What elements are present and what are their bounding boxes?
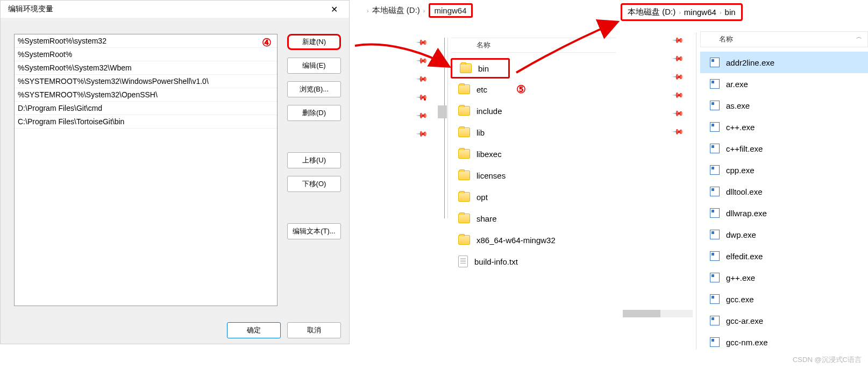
exe-icon (710, 122, 720, 132)
exe-item[interactable]: as.exe (700, 95, 868, 116)
file-name: elfedit.exe (726, 252, 763, 261)
exe-item[interactable]: c++filt.exe (700, 138, 868, 159)
file-list-2: addr2line.exe ar.exe as.exe c++.exe c++f… (700, 52, 868, 353)
pin-icon: 📌 (672, 107, 684, 119)
explorer-bin: 本地磁盘 (D:) › mingw64 › bin 📌 📌 📌 📌 📌 📌 名称… (616, 0, 868, 369)
file-name: lib (476, 128, 485, 137)
chevron-right-icon: › (367, 8, 369, 14)
watermark: CSDN @沉浸式C语言 (793, 355, 862, 365)
close-icon[interactable]: ✕ (323, 4, 345, 15)
annotation-4: ④ (262, 36, 272, 49)
chevron-right-icon: › (720, 9, 722, 16)
panel-divider (447, 38, 448, 218)
exe-item[interactable]: gcc.exe (700, 288, 868, 310)
folder-icon (458, 106, 470, 116)
env-row[interactable]: %SystemRoot%\system32 (15, 34, 277, 48)
sidebar-scrollbar[interactable] (438, 105, 447, 118)
text-file-icon (458, 256, 468, 267)
exe-item[interactable]: g++.exe (700, 267, 868, 288)
file-name: g++.exe (726, 273, 755, 282)
pin-icon: 📌 (416, 109, 428, 121)
move-down-button[interactable]: 下移(O) (287, 176, 341, 192)
exe-icon (710, 187, 720, 196)
exe-icon (710, 79, 720, 89)
pin-icon: 📌 (416, 90, 428, 103)
dialog-title: 编辑环境变量 (8, 4, 53, 14)
exe-item[interactable]: dlltool.exe (700, 181, 868, 202)
ok-button[interactable]: 确定 (227, 322, 281, 338)
button-column: 新建(N) 编辑(E) 浏览(B)... 删除(D) 上移(U) 下移(O) 编… (287, 34, 341, 306)
env-row[interactable]: %SYSTEMROOT%\System32\WindowsPowerShell\… (15, 75, 277, 88)
pin-icon: 📌 (672, 125, 684, 137)
pin-icon: 📌 (672, 70, 684, 82)
titlebar: 编辑环境变量 ✕ (1, 1, 349, 18)
exe-item[interactable]: dllwrap.exe (700, 202, 868, 224)
file-name: etc (476, 85, 487, 94)
sidebar-divider (444, 38, 445, 218)
file-name: licenses (476, 171, 506, 180)
exe-icon (710, 251, 720, 261)
quick-access-pins-2: 📌 📌 📌 📌 📌 📌 (673, 36, 682, 136)
env-var-dialog: 编辑环境变量 ✕ ④ %SystemRoot%\system32 %System… (0, 0, 350, 344)
file-name: dwp.exe (726, 230, 756, 239)
file-name: ar.exe (726, 80, 748, 89)
pin-icon: 📌 (416, 72, 428, 84)
breadcrumb-2[interactable]: 本地磁盘 (D:) › mingw64 › bin (621, 3, 743, 21)
exe-item[interactable]: cpp.exe (700, 159, 868, 181)
pin-icon: 📌 (416, 127, 428, 139)
column-header-name-2[interactable]: 名称 ︿ (700, 31, 868, 47)
cancel-button[interactable]: 取消 (287, 322, 341, 338)
env-row[interactable]: %SystemRoot% (15, 48, 277, 61)
dialog-body: ④ %SystemRoot%\system32 %SystemRoot% %Sy… (1, 18, 349, 311)
exe-item[interactable]: ar.exe (700, 73, 868, 95)
folder-icon (458, 127, 470, 137)
column-header-label: 名称 (476, 40, 490, 50)
env-row[interactable]: %SYSTEMROOT%\System32\OpenSSH\ (15, 88, 277, 102)
exe-item[interactable]: gcc-nm.exe (700, 331, 868, 353)
breadcrumb-folder[interactable]: mingw64 (684, 8, 716, 17)
panel-divider-2 (696, 32, 696, 350)
exe-item[interactable]: c++.exe (700, 116, 868, 138)
env-path-list[interactable]: ④ %SystemRoot%\system32 %SystemRoot% %Sy… (14, 34, 278, 306)
exe-item[interactable]: dwp.exe (700, 224, 868, 245)
exe-item[interactable]: gcc-ar.exe (700, 310, 868, 331)
file-name: gcc.exe (726, 295, 754, 304)
file-name: libexec (476, 150, 502, 159)
column-header-label: 名称 (719, 34, 733, 44)
breadcrumb-disk[interactable]: 本地磁盘 (D:) (628, 7, 675, 17)
exe-icon (710, 337, 720, 347)
file-name: share (476, 214, 497, 223)
exe-item[interactable]: elfedit.exe (700, 245, 868, 267)
file-name: cpp.exe (726, 166, 755, 175)
file-name: as.exe (726, 101, 750, 110)
browse-button[interactable]: 浏览(B)... (287, 81, 341, 97)
file-name: include (476, 107, 502, 116)
pin-icon: 📌 (672, 33, 684, 46)
folder-bin[interactable]: bin (451, 58, 510, 79)
breadcrumb-folder[interactable]: bin (725, 8, 736, 17)
folder-icon (458, 192, 470, 202)
env-row[interactable]: %SystemRoot%\System32\Wbem (15, 61, 277, 75)
breadcrumb-disk[interactable]: 本地磁盘 (D:) (372, 5, 420, 16)
exe-icon (710, 165, 720, 175)
file-name: bin (478, 64, 489, 73)
file-name: gcc-ar.exe (726, 316, 763, 325)
move-up-button[interactable]: 上移(U) (287, 152, 341, 168)
edit-text-button[interactable]: 编辑文本(T)... (287, 223, 341, 239)
chevron-right-icon: › (679, 9, 681, 16)
delete-button[interactable]: 删除(D) (287, 105, 341, 121)
breadcrumb-folder[interactable]: mingw64 (429, 3, 473, 18)
file-name: x86_64-w64-mingw32 (476, 236, 556, 245)
folder-icon (458, 171, 470, 180)
env-row[interactable]: C:\Program Files\TortoiseGit\bin (15, 115, 277, 129)
exe-icon (710, 101, 720, 110)
quick-access-pins: 📌 📌 📌 📌 📌 📌 (417, 38, 426, 138)
sidebar-scrollbar-thumb[interactable] (623, 310, 660, 317)
new-button[interactable]: 新建(N) (287, 34, 341, 50)
pin-icon: 📌 (672, 52, 684, 64)
edit-button[interactable]: 编辑(E) (287, 58, 341, 74)
exe-item[interactable]: addr2line.exe (700, 52, 868, 73)
exe-icon (710, 316, 720, 325)
file-name: opt (476, 193, 488, 202)
env-row[interactable]: D:\Program Files\Git\cmd (15, 102, 277, 115)
